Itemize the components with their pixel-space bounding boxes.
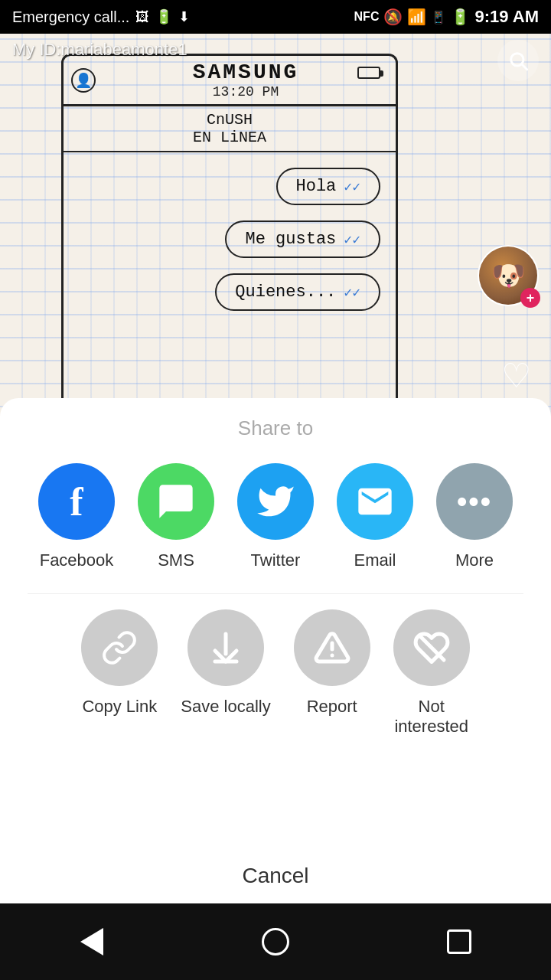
back-icon [80, 928, 103, 956]
bubble-hola: Hola ✓✓ [276, 168, 381, 205]
share-not-interested[interactable]: Not interested [393, 609, 470, 737]
nfc-icon: NFC [354, 10, 380, 24]
follow-plus-badge[interactable]: + [520, 288, 540, 308]
chat-name: CnUSH EN LiNEA [74, 111, 385, 146]
twitter-label: Twitter [251, 550, 301, 570]
sim-icon: 📱 [431, 10, 446, 24]
more-label: More [455, 550, 494, 570]
report-label: Report [307, 697, 357, 717]
home-icon [262, 928, 289, 956]
recent-icon [447, 929, 471, 954]
back-button[interactable] [61, 919, 122, 965]
sms-label: SMS [158, 550, 194, 570]
share-email[interactable]: Email [337, 463, 413, 570]
status-right: NFC 🔕 📶 📱 🔋 9:19 AM [354, 7, 539, 27]
twitter-icon [237, 463, 314, 540]
like-icon[interactable]: ♡ [493, 352, 539, 398]
facebook-label: Facebook [40, 550, 114, 570]
creator-avatar-container[interactable]: 🐶 + [478, 245, 539, 306]
facebook-icon: f [38, 463, 115, 540]
samsung-text: SAMSUNG [193, 60, 299, 84]
tick-marks-2: ✓✓ [344, 231, 360, 248]
phone-title-area: SAMSUNG 13:20 PM [103, 60, 388, 100]
copy-link-label: Copy Link [82, 697, 157, 717]
share-save-locally[interactable]: Save locally [181, 609, 270, 717]
share-report[interactable]: Report [294, 609, 370, 717]
bubble-quienes: Quienes... ✓✓ [215, 273, 380, 311]
copy-link-icon [81, 609, 158, 686]
user-id-overlay: My ID:mariabeamonte1 [12, 40, 187, 60]
status-time: 9:19 AM [474, 7, 539, 27]
phone-header: 👤 SAMSUNG 13:20 PM [64, 56, 396, 106]
share-row-2: Copy Link Save locally Report [0, 609, 551, 737]
battery-charging-icon: 🔋 [155, 8, 172, 25]
sms-icon [138, 463, 214, 540]
chat-header: CnUSH EN LiNEA [64, 106, 396, 152]
share-title: Share to [238, 416, 313, 440]
share-sheet: Share to f Facebook SMS Twi [0, 398, 551, 903]
phone-drawing: 👤 SAMSUNG 13:20 PM CnUSH EN LiNEA Hola ✓… [61, 54, 398, 429]
more-icon: ••• [436, 463, 513, 540]
wifi-icon: 📶 [407, 8, 426, 26]
battery-icon: 🔋 [451, 8, 470, 26]
chat-body: Hola ✓✓ Me gustas ✓✓ Quienes... ✓✓ [64, 152, 396, 426]
email-label: Email [354, 550, 396, 570]
svg-line-1 [522, 64, 527, 69]
not-interested-label: Not interested [393, 697, 470, 737]
bubble-me-gustas: Me gustas ✓✓ [225, 220, 380, 258]
save-locally-icon [187, 609, 264, 686]
tick-marks-3: ✓✓ [344, 284, 360, 301]
save-locally-label: Save locally [181, 697, 270, 717]
share-facebook[interactable]: f Facebook [38, 463, 115, 570]
share-twitter[interactable]: Twitter [237, 463, 314, 570]
battery-drawn [357, 67, 380, 79]
row-divider [28, 593, 523, 594]
report-icon [294, 609, 370, 686]
photo-icon: 🖼 [135, 9, 149, 25]
person-icon: 👤 [71, 68, 96, 93]
download-icon: ⬇ [178, 8, 190, 25]
share-row-1: f Facebook SMS Twitter [0, 463, 551, 570]
phone-time: 13:20 PM [213, 84, 279, 100]
navigation-bar [0, 903, 551, 980]
volume-off-icon: 🔕 [383, 8, 403, 26]
emergency-call-text: Emergency call... [12, 8, 129, 26]
search-button[interactable] [497, 40, 539, 81]
recent-apps-button[interactable] [429, 919, 490, 965]
email-icon [337, 463, 413, 540]
cancel-button[interactable]: Cancel [196, 848, 354, 903]
home-button[interactable] [245, 919, 306, 965]
share-copy-link[interactable]: Copy Link [81, 609, 158, 717]
tick-marks-1: ✓✓ [344, 178, 360, 195]
share-more[interactable]: ••• More [436, 463, 513, 570]
share-sms[interactable]: SMS [138, 463, 214, 570]
status-left: Emergency call... 🖼 🔋 ⬇ [12, 8, 190, 26]
not-interested-icon [393, 609, 470, 686]
status-bar: Emergency call... 🖼 🔋 ⬇ NFC 🔕 📶 📱 🔋 9:19… [0, 0, 551, 34]
